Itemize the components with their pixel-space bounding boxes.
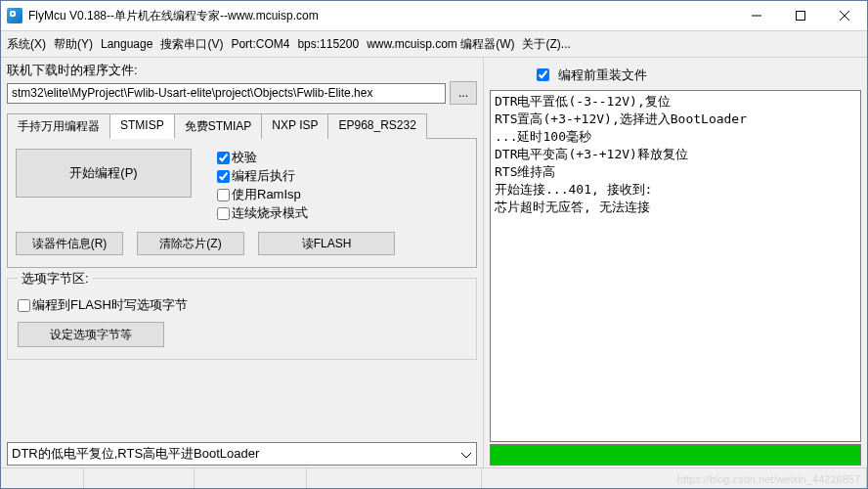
check-run-after[interactable]: 编程后执行 <box>217 167 308 185</box>
menu-programmer[interactable]: www.mcuisp.com 编程器(W) <box>367 36 514 53</box>
log-output[interactable]: DTR电平置低(-3--12V),复位 RTS置高(+3-+12V),选择进入B… <box>490 90 861 442</box>
tab-handheld[interactable]: 手持万用编程器 <box>7 113 110 139</box>
check-continuous[interactable]: 连续烧录模式 <box>217 204 308 222</box>
tab-ep968[interactable]: EP968_RS232 <box>327 113 426 139</box>
checkbox-use-ramisp[interactable] <box>217 189 230 201</box>
read-flash-button[interactable]: 读FLASH <box>258 232 395 255</box>
tab-nxpisp[interactable]: NXP ISP <box>261 113 328 139</box>
check-verify[interactable]: 校验 <box>217 149 308 166</box>
set-option-bytes-button[interactable]: 设定选项字节等 <box>18 322 164 347</box>
option-bytes-group: 选项字节区: 编程到FLASH时写选项字节 设定选项字节等 <box>7 278 477 360</box>
file-path-input[interactable] <box>7 83 446 104</box>
chevron-down-icon <box>458 447 474 462</box>
window-title: FlyMcu V0.188--单片机在线编程专家--www.mcuisp.com <box>28 8 319 24</box>
checkbox-continuous[interactable] <box>217 207 230 220</box>
erase-chip-button[interactable]: 清除芯片(Z) <box>137 232 244 255</box>
checkbox-reinstall-before[interactable] <box>537 68 549 81</box>
statusbar <box>1 467 867 488</box>
tab-stmiap[interactable]: 免费STMIAP <box>174 113 263 139</box>
maximize-button[interactable] <box>778 1 822 30</box>
menu-language[interactable]: Language <box>101 37 152 51</box>
menu-port[interactable]: Port:COM4 <box>231 37 289 51</box>
titlebar: FlyMcu V0.188--单片机在线编程专家--www.mcuisp.com <box>1 1 867 31</box>
tabs: 手持万用编程器 STMISP 免费STMIAP NXP ISP EP968_RS… <box>7 112 477 138</box>
checkbox-write-option-bytes[interactable] <box>18 299 30 312</box>
menu-bps[interactable]: bps:115200 <box>297 37 359 51</box>
file-label: 联机下载时的程序文件: <box>7 62 477 79</box>
svg-rect-1 <box>796 12 804 21</box>
progress-bar <box>490 444 861 466</box>
check-write-option-bytes[interactable]: 编程到FLASH时写选项字节 <box>18 296 466 314</box>
close-button[interactable] <box>822 1 867 30</box>
menu-search-port[interactable]: 搜索串口(V) <box>160 36 223 53</box>
minimize-button[interactable] <box>734 1 778 30</box>
dtr-rts-mode-combo[interactable]: DTR的低电平复位,RTS高电平进BootLoader <box>7 442 477 466</box>
menubar: 系统(X) 帮助(Y) Language 搜索串口(V) Port:COM4 b… <box>1 31 867 58</box>
app-icon <box>7 8 22 23</box>
menu-help[interactable]: 帮助(Y) <box>54 36 93 53</box>
menu-about[interactable]: 关于(Z)... <box>522 36 570 53</box>
checkbox-verify[interactable] <box>217 152 230 164</box>
menu-system[interactable]: 系统(X) <box>7 36 46 53</box>
browse-button[interactable]: ... <box>450 81 477 105</box>
start-programming-button[interactable]: 开始编程(P) <box>16 149 192 198</box>
read-device-info-button[interactable]: 读器件信息(R) <box>16 232 123 255</box>
tab-stmisp[interactable]: STMISP <box>109 113 175 139</box>
combo-value: DTR的低电平复位,RTS高电平进BootLoader <box>12 445 259 463</box>
check-use-ramisp[interactable]: 使用RamIsp <box>217 186 308 203</box>
check-reinstall-before[interactable]: 编程前重装文件 <box>533 66 861 84</box>
checkbox-run-after[interactable] <box>217 170 230 183</box>
tab-panel-stmisp: 开始编程(P) 校验 编程后执行 使用RamIsp <box>7 138 477 268</box>
option-bytes-title: 选项字节区: <box>18 270 93 288</box>
